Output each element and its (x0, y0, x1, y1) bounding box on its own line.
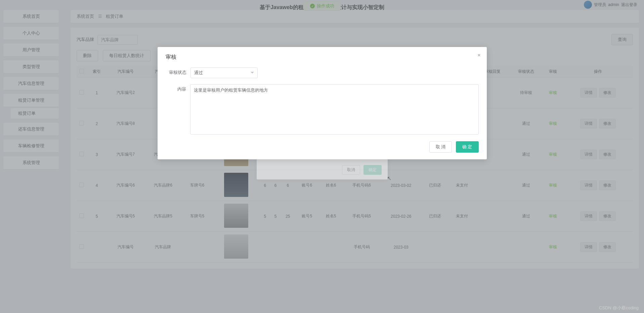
cancel-button[interactable]: 取 消 (429, 141, 452, 153)
confirm-cancel-button[interactable]: 取消 (342, 165, 360, 175)
status-select[interactable]: 通过 (190, 67, 258, 78)
close-icon[interactable]: × (477, 52, 480, 58)
status-label: 审核状态 (166, 67, 190, 75)
watermark: CSDN @小蔡coding (599, 305, 639, 311)
confirm-button[interactable]: 确 定 (456, 141, 479, 153)
audit-dialog: 审核 × 审核状态 通过 内容 取 消 确 定 (158, 47, 487, 159)
content-label: 内容 (166, 84, 190, 92)
confirm-ok-button[interactable]: 确定 (363, 165, 382, 175)
dialog-title: 审核 (166, 54, 479, 61)
content-textarea[interactable] (190, 84, 478, 135)
